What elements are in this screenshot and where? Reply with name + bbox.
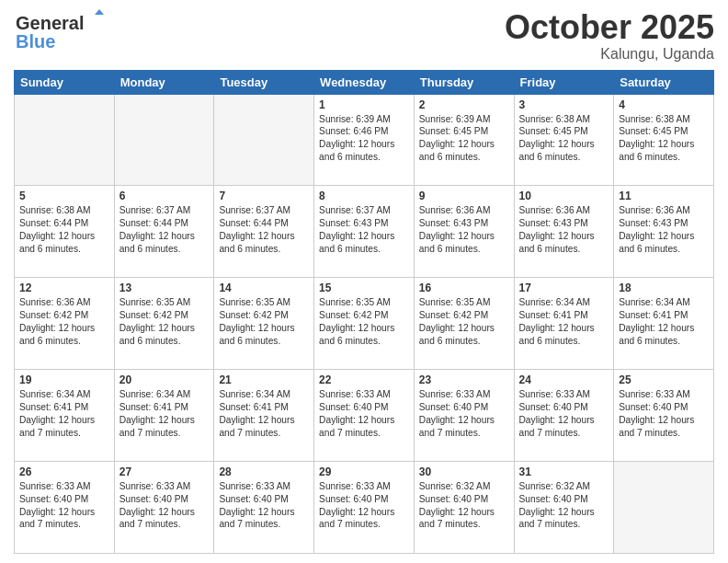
cell-content: Sunrise: 6:36 AMSunset: 6:43 PMDaylight:… [519,204,609,255]
cell-content: Sunrise: 6:37 AMSunset: 6:44 PMDaylight:… [119,204,210,255]
day-number: 31 [519,465,609,478]
title-area: October 2025 Kalungu, Uganda [505,9,714,63]
table-cell: 6Sunrise: 6:37 AMSunset: 6:44 PMDaylight… [114,186,214,278]
table-cell: 9Sunrise: 6:36 AMSunset: 6:43 PMDaylight… [414,186,514,278]
day-number: 6 [119,190,210,202]
table-cell: 15Sunrise: 6:35 AMSunset: 6:42 PMDayligh… [314,278,415,370]
day-number: 26 [19,465,109,478]
location: Kalungu, Uganda [505,46,714,63]
day-number: 20 [119,373,210,386]
week-row-1: 1Sunrise: 6:39 AMSunset: 6:46 PMDaylight… [15,94,714,186]
cell-content: Sunrise: 6:34 AMSunset: 6:41 PMDaylight:… [619,296,709,347]
cell-content: Sunrise: 6:38 AMSunset: 6:45 PMDaylight:… [619,113,709,164]
day-number: 11 [619,190,709,202]
day-number: 14 [219,282,309,294]
table-cell: 26Sunrise: 6:33 AMSunset: 6:40 PMDayligh… [15,462,115,554]
cell-content: Sunrise: 6:36 AMSunset: 6:42 PMDaylight:… [19,296,109,347]
cell-content: Sunrise: 6:37 AMSunset: 6:44 PMDaylight:… [219,204,309,255]
cell-content: Sunrise: 6:32 AMSunset: 6:40 PMDaylight:… [419,480,509,531]
header-monday: Monday [114,70,214,94]
table-cell: 30Sunrise: 6:32 AMSunset: 6:40 PMDayligh… [414,462,514,554]
header-friday: Friday [514,70,614,94]
cell-content: Sunrise: 6:32 AMSunset: 6:40 PMDaylight:… [519,480,609,531]
cell-content: Sunrise: 6:35 AMSunset: 6:42 PMDaylight:… [119,296,210,347]
week-row-5: 26Sunrise: 6:33 AMSunset: 6:40 PMDayligh… [15,462,714,554]
cell-content: Sunrise: 6:34 AMSunset: 6:41 PMDaylight:… [219,388,309,439]
svg-text:Blue: Blue [16,31,55,52]
cell-content: Sunrise: 6:34 AMSunset: 6:41 PMDaylight:… [519,296,609,347]
table-cell: 24Sunrise: 6:33 AMSunset: 6:40 PMDayligh… [514,370,614,462]
table-cell: 13Sunrise: 6:35 AMSunset: 6:42 PMDayligh… [114,278,214,370]
logo-text: General Blue [14,9,115,57]
week-row-2: 5Sunrise: 6:38 AMSunset: 6:44 PMDaylight… [15,186,714,278]
day-number: 28 [219,465,309,478]
table-cell [614,462,714,554]
cell-content: Sunrise: 6:38 AMSunset: 6:45 PMDaylight:… [519,113,609,164]
table-cell: 11Sunrise: 6:36 AMSunset: 6:43 PMDayligh… [614,186,714,278]
table-cell [214,94,314,186]
day-number: 2 [419,98,509,111]
day-number: 24 [519,373,609,386]
page: General Blue October 2025 Kalungu, Ugand… [0,0,728,563]
cell-content: Sunrise: 6:35 AMSunset: 6:42 PMDaylight:… [319,296,409,347]
day-number: 15 [319,282,409,294]
table-cell: 8Sunrise: 6:37 AMSunset: 6:43 PMDaylight… [314,186,415,278]
header-thursday: Thursday [414,70,514,94]
cell-content: Sunrise: 6:35 AMSunset: 6:42 PMDaylight:… [419,296,509,347]
cell-content: Sunrise: 6:36 AMSunset: 6:43 PMDaylight:… [419,204,509,255]
cell-content: Sunrise: 6:39 AMSunset: 6:46 PMDaylight:… [319,113,409,164]
table-cell: 3Sunrise: 6:38 AMSunset: 6:45 PMDaylight… [514,94,614,186]
table-cell: 27Sunrise: 6:33 AMSunset: 6:40 PMDayligh… [114,462,214,554]
day-number: 22 [319,373,409,386]
week-row-3: 12Sunrise: 6:36 AMSunset: 6:42 PMDayligh… [15,278,714,370]
day-number: 29 [319,465,409,478]
day-number: 23 [419,373,509,386]
cell-content: Sunrise: 6:33 AMSunset: 6:40 PMDaylight:… [619,388,709,439]
table-cell: 14Sunrise: 6:35 AMSunset: 6:42 PMDayligh… [214,278,314,370]
day-number: 1 [319,98,409,111]
cell-content: Sunrise: 6:33 AMSunset: 6:40 PMDaylight:… [219,480,309,531]
day-number: 25 [619,373,709,386]
cell-content: Sunrise: 6:33 AMSunset: 6:40 PMDaylight:… [19,480,109,531]
cell-content: Sunrise: 6:34 AMSunset: 6:41 PMDaylight:… [19,388,109,439]
day-number: 16 [419,282,509,294]
cell-content: Sunrise: 6:33 AMSunset: 6:40 PMDaylight:… [319,388,409,439]
month-title: October 2025 [505,9,714,46]
day-number: 18 [619,282,709,294]
table-cell: 2Sunrise: 6:39 AMSunset: 6:45 PMDaylight… [414,94,514,186]
cell-content: Sunrise: 6:33 AMSunset: 6:40 PMDaylight:… [419,388,509,439]
day-number: 8 [319,190,409,202]
day-number: 4 [619,98,709,111]
table-cell [114,94,214,186]
table-cell: 1Sunrise: 6:39 AMSunset: 6:46 PMDaylight… [314,94,415,186]
cell-content: Sunrise: 6:34 AMSunset: 6:41 PMDaylight:… [119,388,210,439]
table-cell: 21Sunrise: 6:34 AMSunset: 6:41 PMDayligh… [214,370,314,462]
table-cell: 28Sunrise: 6:33 AMSunset: 6:40 PMDayligh… [214,462,314,554]
day-number: 17 [519,282,609,294]
cell-content: Sunrise: 6:39 AMSunset: 6:45 PMDaylight:… [419,113,509,164]
table-cell: 22Sunrise: 6:33 AMSunset: 6:40 PMDayligh… [314,370,415,462]
svg-text:General: General [16,13,84,33]
cell-content: Sunrise: 6:37 AMSunset: 6:43 PMDaylight:… [319,204,409,255]
header-sunday: Sunday [15,70,115,94]
cell-content: Sunrise: 6:33 AMSunset: 6:40 PMDaylight:… [319,480,409,531]
table-cell: 10Sunrise: 6:36 AMSunset: 6:43 PMDayligh… [514,186,614,278]
day-number: 13 [119,282,210,294]
header-tuesday: Tuesday [214,70,314,94]
cell-content: Sunrise: 6:38 AMSunset: 6:44 PMDaylight:… [19,204,109,255]
table-cell: 19Sunrise: 6:34 AMSunset: 6:41 PMDayligh… [15,370,115,462]
table-cell: 18Sunrise: 6:34 AMSunset: 6:41 PMDayligh… [614,278,714,370]
table-cell: 23Sunrise: 6:33 AMSunset: 6:40 PMDayligh… [414,370,514,462]
table-cell: 12Sunrise: 6:36 AMSunset: 6:42 PMDayligh… [15,278,115,370]
table-cell: 20Sunrise: 6:34 AMSunset: 6:41 PMDayligh… [114,370,214,462]
svg-marker-1 [95,9,104,15]
table-cell: 29Sunrise: 6:33 AMSunset: 6:40 PMDayligh… [314,462,415,554]
day-number: 9 [419,190,509,202]
table-cell: 31Sunrise: 6:32 AMSunset: 6:40 PMDayligh… [514,462,614,554]
cell-content: Sunrise: 6:33 AMSunset: 6:40 PMDaylight:… [119,480,210,531]
cell-content: Sunrise: 6:35 AMSunset: 6:42 PMDaylight:… [219,296,309,347]
header-saturday: Saturday [614,70,714,94]
table-cell: 17Sunrise: 6:34 AMSunset: 6:41 PMDayligh… [514,278,614,370]
header: General Blue October 2025 Kalungu, Ugand… [14,9,714,63]
table-cell: 5Sunrise: 6:38 AMSunset: 6:44 PMDaylight… [15,186,115,278]
